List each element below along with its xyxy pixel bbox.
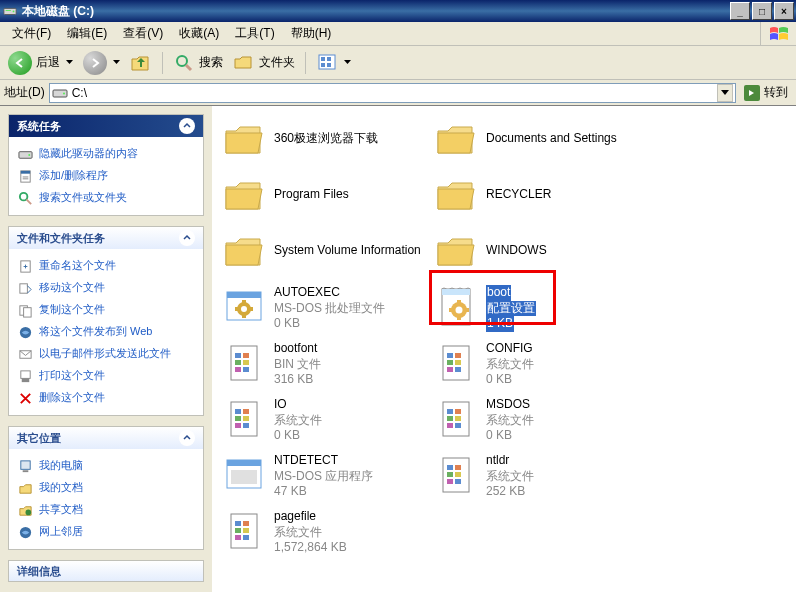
file-name: ntldr bbox=[486, 453, 634, 469]
task-label: 我的电脑 bbox=[39, 459, 83, 472]
folder-icon bbox=[434, 173, 478, 217]
task-link[interactable]: 隐藏此驱动器的内容 bbox=[17, 143, 195, 165]
up-button[interactable] bbox=[126, 49, 156, 77]
file-icon bbox=[222, 341, 266, 385]
file-type: BIN 文件 bbox=[274, 357, 422, 373]
views-button[interactable] bbox=[312, 49, 355, 77]
svg-rect-29 bbox=[22, 470, 28, 472]
file-name: AUTOEXEC bbox=[274, 285, 422, 301]
svg-rect-45 bbox=[457, 317, 461, 320]
file-size: 0 KB bbox=[274, 316, 422, 332]
svg-rect-54 bbox=[243, 367, 249, 372]
svg-rect-91 bbox=[235, 535, 241, 540]
panel-header-system-tasks[interactable]: 系统任务 bbox=[9, 115, 203, 137]
file-item[interactable]: Program Files bbox=[216, 170, 428, 226]
separator bbox=[305, 52, 306, 74]
task-label: 网上邻居 bbox=[39, 525, 83, 538]
file-name: WINDOWS bbox=[486, 243, 634, 259]
file-name: System Volume Information bbox=[274, 243, 422, 259]
menu-edit[interactable]: 编辑(E) bbox=[59, 23, 115, 44]
folders-button[interactable]: 文件夹 bbox=[229, 49, 299, 77]
task-link[interactable]: 共享文档 bbox=[17, 499, 195, 521]
close-button[interactable]: × bbox=[774, 2, 794, 20]
menu-tools[interactable]: 工具(T) bbox=[227, 23, 282, 44]
task-link[interactable]: 删除这个文件 bbox=[17, 387, 195, 409]
file-size: 1 KB bbox=[486, 316, 514, 332]
task-link[interactable]: 我的文档 bbox=[17, 477, 195, 499]
folder-icon bbox=[222, 229, 266, 273]
task-link[interactable]: 将这个文件发布到 Web bbox=[17, 321, 195, 343]
panel-header-file-tasks[interactable]: 文件和文件夹任务 bbox=[9, 227, 203, 249]
file-item[interactable]: WINDOWS bbox=[428, 226, 640, 282]
task-icon bbox=[17, 168, 33, 184]
go-button[interactable]: 转到 bbox=[740, 83, 792, 103]
task-link[interactable]: 网上邻居 bbox=[17, 521, 195, 543]
menu-view[interactable]: 查看(V) bbox=[115, 23, 171, 44]
panel-file-tasks: 文件和文件夹任务 重命名这个文件移动这个文件复制这个文件将这个文件发布到 Web… bbox=[8, 226, 204, 416]
file-item[interactable]: IO系统文件0 KB bbox=[216, 394, 428, 450]
menu-help[interactable]: 帮助(H) bbox=[283, 23, 340, 44]
panel-header-details[interactable]: 详细信息 bbox=[8, 560, 204, 582]
file-list[interactable]: 360极速浏览器下载Documents and SettingsProgram … bbox=[212, 106, 796, 592]
menu-file[interactable]: 文件(F) bbox=[4, 23, 59, 44]
svg-rect-72 bbox=[447, 416, 453, 421]
task-link[interactable]: 添加/删除程序 bbox=[17, 165, 195, 187]
file-item[interactable]: pagefile系统文件1,572,864 KB bbox=[216, 506, 428, 562]
folder-up-icon bbox=[130, 52, 152, 74]
file-item[interactable]: Documents and Settings bbox=[428, 114, 640, 170]
file-item[interactable]: bootfontBIN 文件316 KB bbox=[216, 338, 428, 394]
svg-rect-1 bbox=[6, 10, 11, 11]
file-icon bbox=[222, 397, 266, 441]
task-label: 复制这个文件 bbox=[39, 303, 105, 316]
task-link[interactable]: 搜索文件或文件夹 bbox=[17, 187, 195, 209]
svg-rect-36 bbox=[242, 300, 246, 303]
svg-rect-23 bbox=[23, 307, 31, 316]
task-icon bbox=[17, 302, 33, 318]
file-item[interactable]: boot配置设置1 KB bbox=[428, 282, 640, 338]
search-button[interactable]: 搜索 bbox=[169, 49, 227, 77]
file-item[interactable]: MSDOS系统文件0 KB bbox=[428, 394, 640, 450]
file-item[interactable]: 360极速浏览器下载 bbox=[216, 114, 428, 170]
minimize-button[interactable]: _ bbox=[730, 2, 750, 20]
file-name: CONFIG bbox=[486, 341, 634, 357]
separator bbox=[162, 52, 163, 74]
task-icon bbox=[17, 280, 33, 296]
file-item[interactable]: AUTOEXECMS-DOS 批处理文件0 KB bbox=[216, 282, 428, 338]
svg-point-43 bbox=[456, 307, 463, 314]
svg-rect-74 bbox=[447, 423, 453, 428]
panel-header-other-places[interactable]: 其它位置 bbox=[9, 427, 203, 449]
title-bar: 本地磁盘 (C:) _ □ × bbox=[0, 0, 796, 22]
file-icon bbox=[434, 453, 478, 497]
menu-favorites[interactable]: 收藏(A) bbox=[171, 23, 227, 44]
address-path: C:\ bbox=[72, 86, 717, 100]
task-link[interactable]: 重命名这个文件 bbox=[17, 255, 195, 277]
address-combo[interactable]: C:\ bbox=[49, 83, 736, 103]
sidebar: 系统任务 隐藏此驱动器的内容添加/删除程序搜索文件或文件夹 文件和文件夹任务 重… bbox=[0, 106, 212, 592]
windows-logo-icon bbox=[760, 22, 796, 45]
task-icon bbox=[17, 524, 33, 540]
folder-icon bbox=[434, 117, 478, 161]
task-link[interactable]: 移动这个文件 bbox=[17, 277, 195, 299]
task-link[interactable]: 我的电脑 bbox=[17, 455, 195, 477]
toolbar: 后退 搜索 文件夹 bbox=[0, 46, 796, 80]
task-link[interactable]: 以电子邮件形式发送此文件 bbox=[17, 343, 195, 365]
task-label: 重命名这个文件 bbox=[39, 259, 116, 272]
file-icon bbox=[434, 397, 478, 441]
file-name: NTDETECT bbox=[274, 453, 422, 469]
address-dropdown-icon[interactable] bbox=[717, 84, 733, 102]
views-icon bbox=[316, 52, 338, 74]
svg-rect-68 bbox=[243, 423, 249, 428]
maximize-button[interactable]: □ bbox=[752, 2, 772, 20]
file-item[interactable]: ntldr系统文件252 KB bbox=[428, 450, 640, 506]
file-type: 配置设置 bbox=[486, 301, 536, 317]
file-item[interactable]: RECYCLER bbox=[428, 170, 640, 226]
svg-rect-84 bbox=[447, 479, 453, 484]
file-item[interactable]: NTDETECTMS-DOS 应用程序47 KB bbox=[216, 450, 428, 506]
task-link[interactable]: 复制这个文件 bbox=[17, 299, 195, 321]
file-item[interactable]: System Volume Information bbox=[216, 226, 428, 282]
task-link[interactable]: 打印这个文件 bbox=[17, 365, 195, 387]
file-item[interactable]: CONFIG系统文件0 KB bbox=[428, 338, 640, 394]
forward-button[interactable] bbox=[79, 49, 124, 77]
back-button[interactable]: 后退 bbox=[4, 49, 77, 77]
dropdown-icon bbox=[66, 59, 73, 66]
